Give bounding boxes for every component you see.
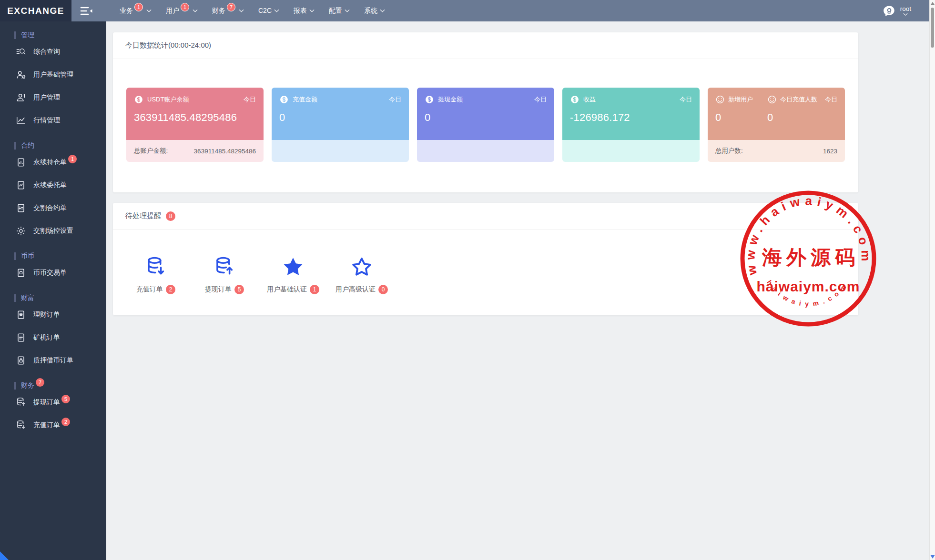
nav-item-c2c[interactable]: C2C — [258, 0, 279, 21]
count-badge: 0 — [378, 285, 388, 294]
smiley-icon — [715, 95, 725, 104]
sidebar-item-spot-trade[interactable]: 币币交易单 — [0, 261, 106, 284]
stats-panel-title: 今日数据统计(00:00-24:00) — [113, 32, 858, 59]
pending-item-recharge-orders[interactable]: 充值订单 2 — [122, 256, 190, 294]
user-gear-icon — [16, 70, 26, 80]
nav-item-business[interactable]: 业务 1 — [120, 0, 152, 21]
sidebar-item-wealth-order[interactable]: 理财订单 — [0, 303, 106, 326]
nav-item-finance[interactable]: 财务 7 — [212, 0, 244, 21]
chevron-down-icon — [345, 9, 350, 13]
database-up-icon — [213, 256, 235, 278]
chevron-down-icon — [903, 13, 908, 16]
sidebar-section-spot: 币币 — [14, 252, 106, 260]
stats-cards-row: USDT账户余额 今日 363911485.48295486 总账户金额: 36… — [113, 59, 858, 192]
corner-decoration — [0, 551, 9, 560]
stat-value: 0 — [279, 111, 401, 124]
chevron-down-icon — [193, 9, 198, 13]
stat-tag: 今日 — [389, 95, 401, 104]
user-menu[interactable]: root — [883, 4, 911, 18]
main-content: 今日数据统计(00:00-24:00) USDT账户余额 今日 36391148… — [106, 21, 935, 560]
sidebar-item-user-base-manage[interactable]: 用户基础管理 — [0, 63, 106, 86]
nav-badge: 7 — [227, 3, 235, 11]
stat-tag: 今日 — [534, 95, 547, 104]
count-badge: 1 — [68, 155, 77, 163]
stat-label: 充值金额 — [293, 95, 317, 104]
avatar-icon — [883, 4, 896, 18]
sidebar-item-recharge-order[interactable]: 充值订单 2 — [0, 414, 106, 437]
stat-footer-value: 363911485.48295486 — [194, 148, 256, 155]
stat-label: 新增用户 — [728, 95, 753, 104]
stat-footer-label: 总账户金额: — [134, 147, 168, 155]
sidebar-item-market-manage[interactable]: 行情管理 — [0, 109, 106, 132]
sidebar-item-miner-order[interactable]: 矿机订单 — [0, 326, 106, 349]
count-badge: 8 — [166, 211, 175, 221]
count-badge: 7 — [36, 378, 44, 387]
nav-item-system[interactable]: 系统 — [364, 0, 385, 21]
sidebar-item-user-manage[interactable]: 用户管理 — [0, 86, 106, 109]
stat-value: 0 — [425, 111, 547, 124]
dollar-coin-icon — [279, 95, 289, 104]
nav-badge: 1 — [134, 3, 143, 11]
stat-value: 0 — [767, 111, 773, 124]
database-down-icon — [145, 256, 167, 278]
top-nav: 业务 1 用户 1 财务 7 C2C 报表 配置 系统 — [120, 0, 385, 21]
scroll-up-arrow-icon[interactable] — [931, 2, 935, 5]
line-chart-icon — [16, 115, 26, 126]
sidebar-section-wealth: 财富 — [14, 294, 106, 302]
sidebar-item-pledge-order[interactable]: 质押借币订单 — [0, 349, 106, 372]
stat-card-new-users: 新增用户 今日充值人数 今日 0 0 总用户数: — [708, 88, 845, 162]
database-down-icon — [16, 420, 26, 430]
sidebar-item-delivery-contract[interactable]: 交割合约单 — [0, 197, 106, 220]
sidebar-item-delivery-control[interactable]: 交割场控设置 — [0, 220, 106, 242]
sidebar-item-withdraw-order[interactable]: 提现订单 5 — [0, 391, 106, 414]
stat-tag: 今日 — [244, 95, 256, 104]
sidebar-section-contract: 合约 — [14, 141, 106, 150]
sidebar-item-comprehensive-query[interactable]: 综合查询 — [0, 40, 106, 63]
doc-lock-icon — [16, 355, 26, 366]
stat-label: 收益 — [583, 95, 596, 104]
pending-item-withdraw-orders[interactable]: 提现订单 5 — [190, 256, 259, 294]
pending-item-advanced-kyc[interactable]: 用户高级认证 0 — [327, 256, 396, 294]
username: root — [900, 5, 911, 13]
sidebar-section-manage: 管理 — [14, 31, 106, 40]
chevron-down-icon — [274, 9, 279, 13]
pending-panel-title: 待处理提醒 8 — [113, 203, 858, 230]
search-list-icon — [16, 47, 26, 57]
count-badge: 2 — [166, 285, 175, 294]
chevron-down-icon — [146, 9, 152, 13]
scrollbar-thumb[interactable] — [931, 8, 934, 48]
stat-label: 提现金额 — [438, 95, 463, 104]
stat-card-profit: 收益 今日 -126986.172 — [562, 88, 700, 162]
chevron-down-icon — [380, 9, 385, 13]
dollar-coin-icon — [134, 95, 143, 104]
top-bar: EXCHANGE 业务 1 用户 1 财务 7 C2C 报表 配置 — [0, 0, 935, 21]
stat-card-withdraw-amount: 提现金额 今日 0 — [417, 88, 554, 162]
scrollbar[interactable] — [929, 0, 935, 560]
sidebar-section-finance: 财务 7 — [14, 381, 106, 390]
dollar-coin-icon — [425, 95, 434, 104]
count-badge: 1 — [310, 285, 319, 294]
pending-reminders-panel: 待处理提醒 8 充值订单 2 提现订单 5 用户基础认 — [113, 203, 858, 315]
stat-value: 0 — [715, 111, 767, 124]
doc-line-icon — [16, 180, 26, 190]
stat-tag: 今日 — [825, 95, 837, 104]
scroll-down-arrow-icon[interactable] — [930, 555, 935, 559]
nav-item-report[interactable]: 报表 — [294, 0, 315, 21]
sidebar-item-perpetual-order[interactable]: 永续委托单 — [0, 174, 106, 197]
gear-icon — [16, 226, 26, 236]
stat-footer-label: 总用户数: — [715, 147, 743, 155]
nav-item-user[interactable]: 用户 1 — [166, 0, 198, 21]
sidebar: 管理 综合查询 用户基础管理 用户管理 行情管理 合约 永续持仓单 1 永续委托… — [0, 21, 106, 560]
sidebar-toggle-icon[interactable] — [80, 5, 93, 17]
chevron-down-icon — [309, 9, 315, 13]
nav-badge: 1 — [181, 3, 189, 11]
nav-item-config[interactable]: 配置 — [329, 0, 350, 21]
doc-arrows-icon — [16, 203, 26, 213]
stat-label: 今日充值人数 — [780, 95, 817, 104]
sidebar-item-perpetual-position[interactable]: 永续持仓单 1 — [0, 151, 106, 174]
count-badge: 5 — [61, 395, 70, 403]
doc-icon — [16, 268, 26, 278]
pending-item-basic-kyc[interactable]: 用户基础认证 1 — [259, 256, 327, 294]
stat-tag: 今日 — [680, 95, 692, 104]
star-outline-icon — [351, 256, 373, 278]
